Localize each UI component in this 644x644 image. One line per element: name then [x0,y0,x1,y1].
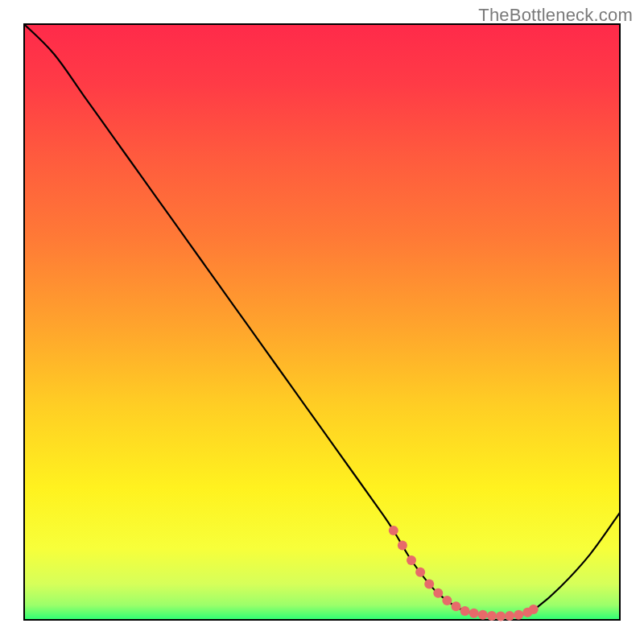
optimal-marker [469,609,479,618]
optimal-marker [478,610,488,620]
optimal-marker [407,555,416,565]
bottleneck-chart: TheBottleneck.com [0,0,644,644]
optimal-marker [398,541,407,551]
optimal-marker [487,611,497,621]
plot-background [24,24,620,620]
chart-svg [0,0,644,644]
optimal-marker [529,605,539,614]
optimal-marker [496,612,506,621]
optimal-marker [433,588,443,598]
watermark-text: TheBottleneck.com [478,5,633,26]
optimal-marker [460,606,470,616]
optimal-marker [514,610,523,620]
optimal-marker [442,596,452,605]
optimal-marker [415,568,425,577]
optimal-marker [505,611,514,621]
optimal-marker [389,526,398,535]
optimal-marker [424,580,434,589]
optimal-marker [452,601,461,611]
